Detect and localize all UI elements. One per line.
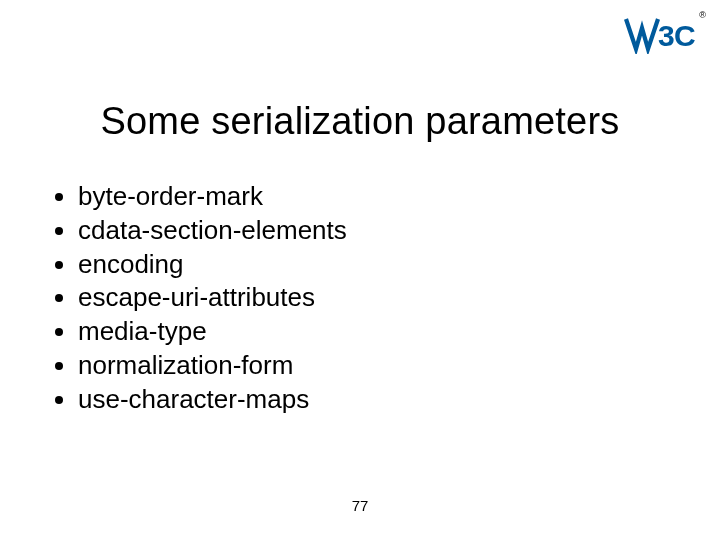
- list-item: use-character-maps: [78, 383, 670, 417]
- list-item: cdata-section-elements: [78, 214, 670, 248]
- list-item: normalization-form: [78, 349, 670, 383]
- slide: 3 C ® Some serialization parameters byte…: [0, 0, 720, 540]
- slide-title: Some serialization parameters: [0, 100, 720, 143]
- registered-mark: ®: [699, 10, 706, 20]
- list-item: encoding: [78, 248, 670, 282]
- bullet-list: byte-order-mark cdata-section-elements e…: [50, 180, 670, 417]
- list-item: byte-order-mark: [78, 180, 670, 214]
- list-item: media-type: [78, 315, 670, 349]
- svg-text:C: C: [674, 19, 696, 52]
- slide-body: byte-order-mark cdata-section-elements e…: [50, 180, 670, 417]
- svg-text:3: 3: [658, 19, 675, 52]
- page-number: 77: [0, 497, 720, 514]
- w3c-logo: 3 C: [624, 14, 696, 54]
- list-item: escape-uri-attributes: [78, 281, 670, 315]
